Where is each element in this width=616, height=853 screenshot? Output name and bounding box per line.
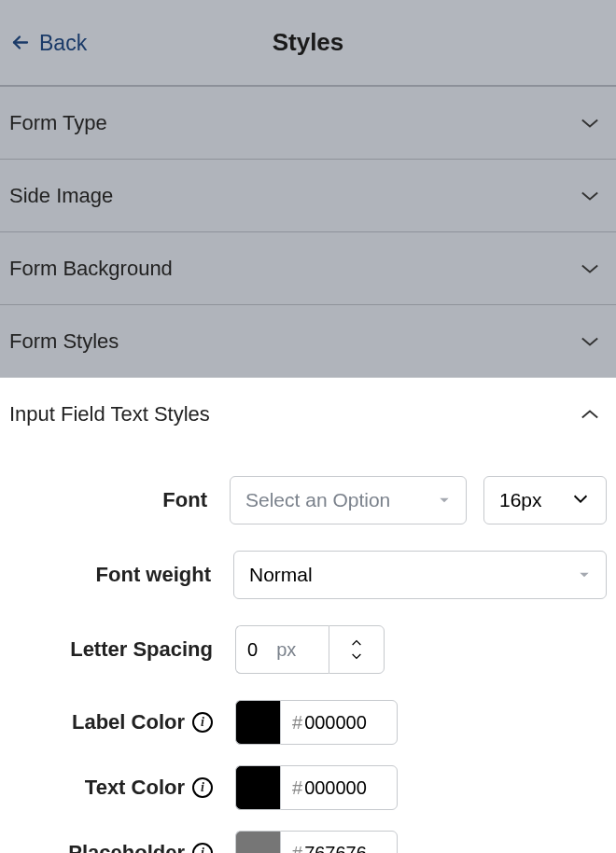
font-weight-label: Font weight [9, 563, 211, 587]
font-label: Font [9, 488, 207, 512]
font-weight-controls: Normal [233, 551, 607, 599]
hash-symbol: # [292, 843, 302, 854]
section-form-styles[interactable]: Form Styles [0, 304, 616, 377]
placeholder-color-picker[interactable]: # 767676 [235, 831, 398, 853]
row-text-color: Text Color i # 000000 [9, 765, 607, 810]
letter-spacing-stepper[interactable]: 0 px [235, 625, 385, 674]
color-swatch[interactable] [235, 765, 280, 810]
input-field-styles-content: Font Select an Option 16px Font weight N… [0, 450, 616, 853]
chevron-up-icon[interactable] [346, 636, 367, 650]
color-swatch[interactable] [235, 831, 280, 853]
font-size-value: 16px [499, 489, 542, 511]
section-side-image[interactable]: Side Image [0, 159, 616, 231]
color-hex-input[interactable]: # 000000 [280, 700, 398, 745]
text-color-label: Text Color [85, 776, 185, 800]
hex-value: 000000 [304, 712, 367, 734]
font-size-select[interactable]: 16px [483, 476, 607, 524]
section-label: Form Styles [9, 329, 119, 354]
hex-value: 767676 [304, 843, 367, 854]
section-form-type[interactable]: Form Type [0, 86, 616, 159]
info-icon[interactable]: i [192, 712, 213, 733]
info-icon[interactable]: i [192, 843, 213, 853]
letter-spacing-input[interactable]: 0 px [235, 625, 329, 674]
placeholder-label-wrap: Placeholder i [9, 841, 213, 853]
letter-spacing-label: Letter Spacing [9, 637, 213, 662]
row-letter-spacing: Letter Spacing 0 px [9, 625, 607, 674]
chevron-down-icon [577, 183, 603, 209]
section-input-field-text-styles[interactable]: Input Field Text Styles [0, 377, 616, 450]
section-label: Side Image [9, 184, 113, 208]
font-weight-value: Normal [249, 564, 313, 586]
font-select[interactable]: Select an Option [230, 476, 467, 524]
font-controls: Select an Option 16px [230, 476, 607, 524]
label-color-controls: # 000000 [235, 700, 398, 745]
back-button[interactable]: Back [6, 26, 91, 59]
chevron-down-icon [577, 329, 603, 355]
chevron-down-icon[interactable] [346, 650, 367, 664]
chevron-down-icon [577, 110, 603, 136]
hash-symbol: # [292, 712, 302, 734]
collapsed-sections: Form Type Side Image Form Background For… [0, 86, 616, 377]
back-arrow-icon [9, 32, 32, 54]
section-form-background[interactable]: Form Background [0, 231, 616, 304]
page-title: Styles [273, 28, 344, 57]
stepper-buttons[interactable] [329, 625, 385, 674]
text-color-label-wrap: Text Color i [9, 776, 213, 800]
text-color-picker[interactable]: # 000000 [235, 765, 398, 810]
row-label-color: Label Color i # 000000 [9, 700, 607, 745]
row-placeholder-color: Placeholder i # 767676 [9, 831, 607, 853]
hex-value: 000000 [304, 777, 367, 799]
font-weight-select[interactable]: Normal [233, 551, 607, 599]
label-color-label: Label Color [72, 710, 185, 734]
hash-symbol: # [292, 777, 302, 799]
color-hex-input[interactable]: # 767676 [280, 831, 398, 853]
font-select-placeholder: Select an Option [245, 489, 390, 511]
text-color-controls: # 000000 [235, 765, 398, 810]
label-color-label-wrap: Label Color i [9, 710, 213, 734]
letter-spacing-controls: 0 px [235, 625, 385, 674]
chevron-up-icon [577, 401, 603, 427]
section-label: Form Background [9, 257, 173, 281]
chevron-down-icon [570, 488, 591, 513]
color-hex-input[interactable]: # 000000 [280, 765, 398, 810]
chevron-down-icon [577, 256, 603, 282]
letter-spacing-unit: px [276, 639, 296, 661]
caret-down-icon [578, 564, 591, 586]
section-label: Input Field Text Styles [9, 402, 210, 426]
row-font: Font Select an Option 16px [9, 476, 607, 524]
section-label: Form Type [9, 111, 107, 135]
back-label: Back [39, 30, 87, 55]
row-font-weight: Font weight Normal [9, 551, 607, 599]
letter-spacing-value: 0 [247, 639, 258, 661]
placeholder-label: Placeholder [68, 841, 185, 853]
header: Back Styles [0, 0, 616, 86]
info-icon[interactable]: i [192, 777, 213, 798]
caret-down-icon [438, 489, 451, 511]
label-color-picker[interactable]: # 000000 [235, 700, 398, 745]
placeholder-color-controls: # 767676 [235, 831, 398, 853]
color-swatch[interactable] [235, 700, 280, 745]
